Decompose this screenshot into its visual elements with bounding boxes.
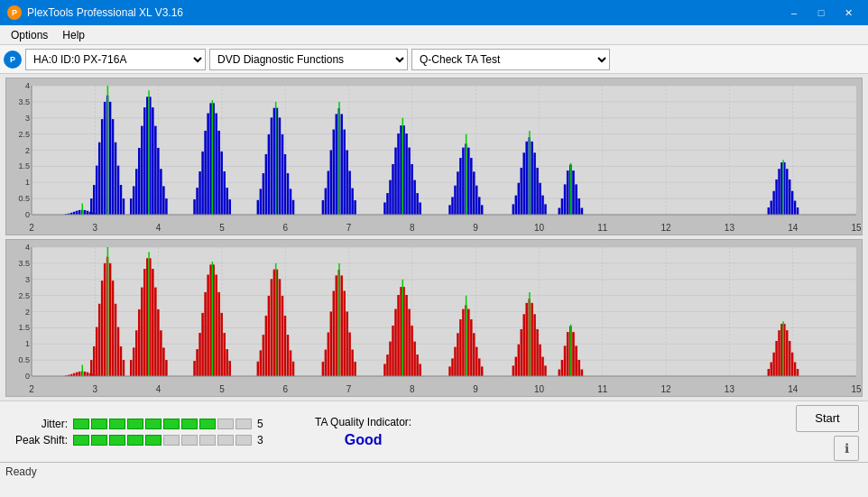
- meter-segment-3: [127, 419, 143, 429]
- top-chart: [5, 78, 863, 235]
- meter-segment-7: [199, 419, 216, 429]
- meter-segment-2: [109, 419, 125, 429]
- bottom-chart-canvas: [6, 240, 863, 396]
- meter-segment-6: [181, 435, 198, 446]
- app-icon: P: [7, 5, 22, 20]
- meter-segment-0: [73, 419, 89, 429]
- close-button[interactable]: ✕: [836, 4, 861, 22]
- info-button[interactable]: ℹ: [834, 436, 859, 461]
- meter-segment-1: [91, 435, 107, 446]
- bottom-panel: Jitter: 5 Peak Shift: 3 TA Quality Indic…: [0, 400, 868, 462]
- ta-quality-value: Good: [345, 432, 383, 448]
- peak-shift-row: Peak Shift: 3: [9, 434, 270, 446]
- jitter-value: 5: [257, 418, 270, 430]
- metrics-section: Jitter: 5 Peak Shift: 3: [9, 418, 270, 446]
- meter-segment-8: [217, 419, 234, 429]
- meter-segment-6: [181, 419, 198, 429]
- titlebar: P PlexTools Professional XL V3.16 – □ ✕: [0, 0, 868, 25]
- toolbar: P HA:0 ID:0 PX-716A DVD Diagnostic Funct…: [0, 45, 868, 74]
- meter-segment-2: [109, 435, 125, 446]
- menu-item-options[interactable]: Options: [4, 27, 55, 43]
- statusbar: Ready: [0, 462, 868, 480]
- meter-segment-8: [217, 435, 234, 446]
- title-text: PlexTools Professional XL V3.16: [27, 6, 781, 19]
- jitter-meter: [73, 419, 252, 429]
- drive-icon: P: [4, 51, 22, 69]
- meter-segment-0: [73, 435, 89, 446]
- peak-shift-label: Peak Shift:: [9, 434, 68, 446]
- meter-segment-4: [145, 419, 162, 429]
- jitter-label: Jitter:: [9, 418, 68, 430]
- start-button[interactable]: Start: [796, 405, 859, 432]
- charts-area: [0, 74, 868, 400]
- drive-select[interactable]: HA:0 ID:0 PX-716A: [25, 49, 206, 70]
- menubar: Options Help: [0, 25, 868, 45]
- meter-segment-9: [235, 419, 252, 429]
- meter-segment-3: [127, 435, 143, 446]
- meter-segment-7: [199, 435, 216, 446]
- peak-shift-meter: [73, 435, 252, 446]
- meter-segment-5: [163, 419, 180, 429]
- peak-shift-value: 3: [257, 434, 270, 446]
- menu-item-help[interactable]: Help: [55, 27, 92, 43]
- jitter-row: Jitter: 5: [9, 418, 270, 430]
- meter-segment-5: [163, 435, 180, 446]
- top-chart-canvas: [6, 78, 863, 235]
- meter-segment-4: [145, 435, 162, 446]
- status-text: Ready: [5, 465, 37, 478]
- minimize-button[interactable]: –: [781, 4, 807, 22]
- ta-quality-section: TA Quality Indicator: Good: [315, 416, 411, 448]
- maximize-button[interactable]: □: [808, 4, 834, 22]
- ta-quality-label: TA Quality Indicator:: [315, 416, 411, 428]
- meter-segment-1: [91, 419, 107, 429]
- window-controls: – □ ✕: [781, 4, 861, 22]
- bottom-chart: [5, 239, 863, 397]
- test-select[interactable]: Q-Check TA Test: [411, 49, 610, 70]
- meter-segment-9: [235, 435, 252, 446]
- function-select[interactable]: DVD Diagnostic Functions: [209, 49, 408, 70]
